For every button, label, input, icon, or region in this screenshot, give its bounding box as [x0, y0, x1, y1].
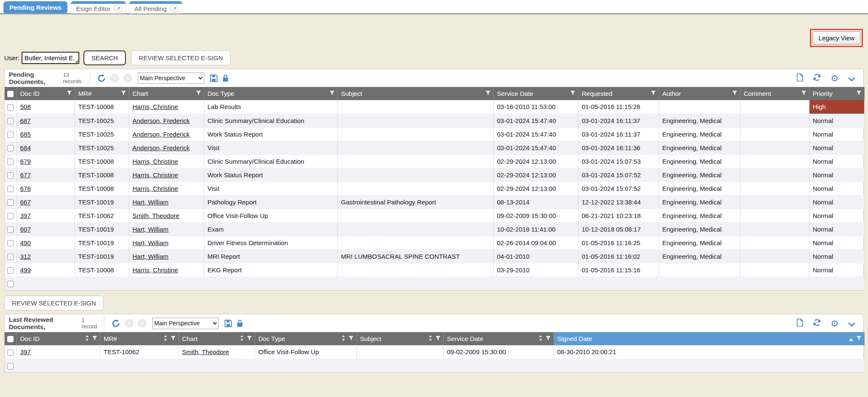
doc-id-link[interactable]: 490: [20, 239, 31, 246]
row-checkbox[interactable]: [7, 145, 14, 151]
filter-icon[interactable]: [856, 335, 862, 342]
row-checkbox[interactable]: [7, 254, 14, 260]
doc-id-link[interactable]: 679: [20, 158, 31, 165]
chart-link[interactable]: Harris, Christine: [133, 266, 178, 274]
filter-icon[interactable]: [196, 90, 201, 97]
column-header-service-date[interactable]: Service Date: [493, 87, 578, 100]
chart-link[interactable]: Harris, Christine: [133, 103, 178, 110]
filter-icon[interactable]: [801, 90, 807, 97]
row-checkbox[interactable]: [7, 226, 14, 233]
tab-pending-reviews[interactable]: Pending Reviews: [3, 1, 67, 13]
perspective-select[interactable]: Main Perspective: [138, 73, 204, 84]
row-checkbox[interactable]: [7, 267, 14, 274]
chart-link[interactable]: Anderson, Frederick: [133, 144, 190, 151]
doc-id-link[interactable]: 684: [20, 144, 31, 151]
doc-id-link[interactable]: 677: [20, 171, 31, 179]
column-header-service-date[interactable]: Service Date: [443, 332, 554, 345]
filter-icon[interactable]: [485, 90, 491, 97]
doc-id-link[interactable]: 676: [20, 185, 31, 192]
column-header-doc-id[interactable]: Doc ID: [17, 87, 75, 100]
gear-icon[interactable]: ⚙: [831, 319, 839, 328]
sort-icon[interactable]: [428, 335, 432, 342]
doc-id-link[interactable]: 607: [20, 226, 31, 233]
doc-id-link[interactable]: 508: [20, 103, 31, 110]
column-header-signed-date[interactable]: Signed Date: [554, 332, 864, 345]
review-selected-esign-button-bottom[interactable]: REVIEW SELECTED E-SIGN: [4, 296, 103, 310]
filter-icon[interactable]: [651, 90, 656, 97]
select-all-checkbox[interactable]: [7, 336, 14, 342]
row-checkbox[interactable]: [7, 104, 14, 111]
row-checkbox[interactable]: [7, 131, 14, 138]
back-icon[interactable]: ‹: [110, 74, 119, 83]
filter-icon[interactable]: [435, 335, 441, 342]
filter-icon[interactable]: [247, 335, 252, 342]
row-checkbox[interactable]: [7, 199, 14, 206]
save-icon[interactable]: [224, 319, 232, 327]
chart-link[interactable]: Hart, William: [133, 239, 169, 246]
doc-id-link[interactable]: 397: [20, 212, 31, 219]
sort-icon[interactable]: [539, 335, 542, 342]
lock-icon[interactable]: [236, 319, 243, 327]
filter-icon[interactable]: [570, 90, 576, 97]
doc-id-link[interactable]: 685: [20, 131, 31, 138]
doc-id-link[interactable]: 687: [20, 117, 31, 124]
chart-link[interactable]: Hart, William: [133, 253, 169, 260]
sort-icon[interactable]: [240, 335, 244, 342]
chart-link[interactable]: Anderson, Frederick: [133, 117, 190, 124]
refresh-icon[interactable]: [813, 319, 821, 327]
filter-icon[interactable]: [121, 90, 126, 97]
forward-icon[interactable]: ›: [123, 74, 132, 83]
doc-id-link[interactable]: 397: [20, 348, 31, 355]
new-document-icon[interactable]: [796, 73, 804, 81]
chart-link[interactable]: Harris, Christine: [133, 185, 178, 192]
row-checkbox[interactable]: [7, 172, 14, 179]
legacy-view-button[interactable]: Legacy View: [812, 31, 860, 45]
filter-icon[interactable]: [348, 335, 354, 342]
perspective-select[interactable]: Main Perspective: [152, 318, 219, 329]
column-header-doc-id[interactable]: Doc ID: [17, 332, 100, 345]
doc-id-link[interactable]: 312: [20, 253, 31, 260]
undo-icon[interactable]: [111, 319, 120, 328]
refresh-icon[interactable]: [813, 73, 821, 81]
external-link-icon[interactable]: [114, 5, 122, 13]
column-header-doc-type[interactable]: Doc Type: [255, 332, 356, 345]
column-header-author[interactable]: Author: [659, 87, 740, 100]
sort-icon[interactable]: [85, 335, 89, 342]
search-button[interactable]: SEARCH: [83, 50, 126, 65]
chart-link[interactable]: Smith, Theodore: [133, 212, 180, 219]
row-checkbox[interactable]: [7, 186, 14, 192]
chart-link[interactable]: Smith, Theodore: [182, 348, 229, 355]
row-checkbox[interactable]: [7, 363, 14, 369]
external-link-icon[interactable]: [170, 5, 178, 13]
row-checkbox[interactable]: [7, 213, 14, 219]
column-header-subject[interactable]: Subject: [337, 87, 493, 100]
save-icon[interactable]: [210, 74, 218, 82]
sort-icon[interactable]: [342, 335, 345, 342]
row-checkbox[interactable]: [7, 281, 14, 287]
chart-link[interactable]: Hart, William: [133, 226, 169, 233]
filter-icon[interactable]: [329, 90, 335, 97]
gear-icon[interactable]: ⚙: [831, 74, 839, 83]
column-header-chart[interactable]: Chart: [178, 332, 255, 345]
chart-link[interactable]: Hart, William: [133, 198, 169, 206]
chevron-down-icon[interactable]: [848, 322, 855, 327]
filter-icon[interactable]: [92, 335, 97, 342]
column-header-comment[interactable]: Comment: [740, 87, 809, 100]
column-header-mr[interactable]: MR#: [100, 332, 178, 345]
back-icon[interactable]: ‹: [125, 319, 134, 328]
column-header-doc-type[interactable]: Doc Type: [204, 87, 337, 100]
column-header-chart[interactable]: Chart: [129, 87, 204, 100]
row-checkbox[interactable]: [7, 159, 14, 165]
chart-link[interactable]: Harris, Christine: [133, 171, 178, 179]
column-header-priority[interactable]: Priority: [809, 87, 864, 100]
tab-esign-editor[interactable]: Esign Editor: [71, 1, 126, 13]
doc-id-link[interactable]: 667: [20, 198, 31, 206]
filter-icon[interactable]: [170, 335, 176, 342]
row-checkbox[interactable]: [7, 118, 14, 124]
sort-icon[interactable]: [164, 335, 167, 342]
undo-icon[interactable]: [97, 74, 106, 83]
review-selected-esign-button[interactable]: REVIEW SELECTED E-SIGN: [131, 50, 230, 65]
filter-icon[interactable]: [67, 90, 72, 97]
forward-icon[interactable]: ›: [138, 319, 147, 328]
column-header-subject[interactable]: Subject: [356, 332, 443, 345]
